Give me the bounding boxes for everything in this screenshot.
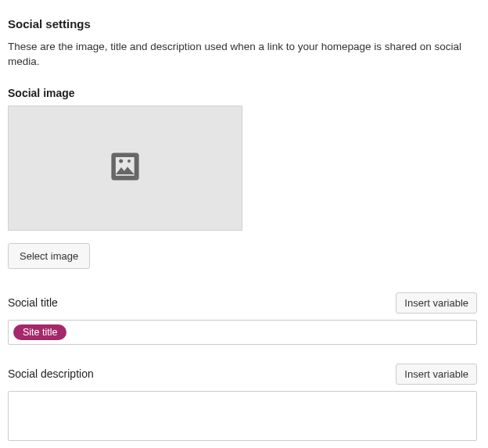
insert-variable-button-title[interactable]: Insert variable bbox=[396, 292, 477, 314]
variable-chip-site-title[interactable]: Site title bbox=[13, 324, 66, 340]
social-title-field: Social title Insert variable Site title bbox=[8, 292, 480, 345]
select-image-button[interactable]: Select image bbox=[8, 243, 90, 269]
social-image-field: Social image Select image bbox=[8, 87, 480, 269]
social-description-field: Social description Insert variable bbox=[8, 364, 480, 441]
social-image-label: Social image bbox=[8, 87, 480, 99]
social-title-input[interactable]: Site title bbox=[8, 320, 477, 345]
social-image-preview[interactable] bbox=[8, 106, 242, 231]
image-placeholder-icon bbox=[106, 148, 144, 188]
section-title: Social settings bbox=[8, 17, 480, 30]
social-description-label: Social description bbox=[8, 367, 94, 380]
section-description: These are the image, title and descripti… bbox=[8, 40, 480, 70]
social-title-label: Social title bbox=[8, 296, 58, 309]
svg-point-0 bbox=[127, 159, 131, 163]
insert-variable-button-description[interactable]: Insert variable bbox=[396, 364, 477, 385]
social-description-input[interactable] bbox=[8, 391, 477, 441]
